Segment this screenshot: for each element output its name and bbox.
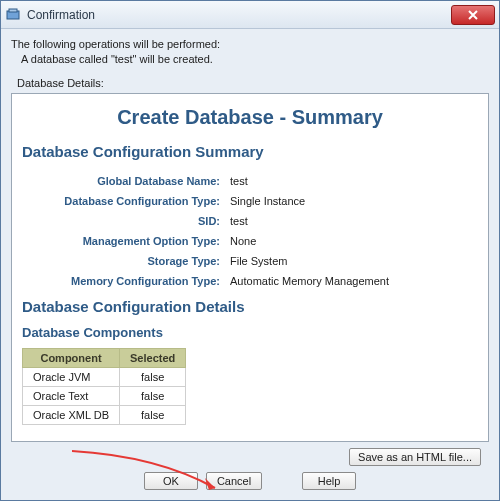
components-header-component: Component (23, 348, 120, 367)
config-details-heading: Database Configuration Details (22, 298, 478, 315)
intro-text: The following operations will be perform… (11, 37, 489, 67)
label-sid: SID: (24, 212, 224, 230)
components-header-selected: Selected (120, 348, 186, 367)
label-mgmt-option: Management Option Type: (24, 232, 224, 250)
component-name: Oracle XML DB (23, 405, 120, 424)
ok-button[interactable]: OK (144, 472, 198, 490)
dialog-body: The following operations will be perform… (1, 29, 499, 500)
confirmation-dialog: Confirmation The following operations wi… (0, 0, 500, 501)
component-name: Oracle JVM (23, 367, 120, 386)
config-summary-table: Global Database Name:test Database Confi… (22, 170, 478, 292)
value-config-type: Single Instance (226, 192, 476, 210)
component-selected: false (120, 367, 186, 386)
help-button[interactable]: Help (302, 472, 356, 490)
config-summary-heading: Database Configuration Summary (22, 143, 478, 160)
svg-rect-1 (9, 9, 17, 12)
label-memory-config: Memory Configuration Type: (24, 272, 224, 290)
table-row: Oracle JVMfalse (23, 367, 186, 386)
cancel-button[interactable]: Cancel (206, 472, 262, 490)
label-storage-type: Storage Type: (24, 252, 224, 270)
component-selected: false (120, 386, 186, 405)
label-config-type: Database Configuration Type: (24, 192, 224, 210)
value-sid: test (226, 212, 476, 230)
value-memory-config: Automatic Memory Management (226, 272, 476, 290)
value-mgmt-option: None (226, 232, 476, 250)
save-as-html-button[interactable]: Save as an HTML file... (349, 448, 481, 466)
components-heading: Database Components (22, 325, 478, 340)
value-global-db-name: test (226, 172, 476, 190)
components-table: Component Selected Oracle JVMfalse Oracl… (22, 348, 186, 425)
page-title: Create Database - Summary (22, 106, 478, 129)
component-selected: false (120, 405, 186, 424)
label-global-db-name: Global Database Name: (24, 172, 224, 190)
intro-line2: A database called "test" will be created… (21, 52, 489, 67)
component-name: Oracle Text (23, 386, 120, 405)
window-title: Confirmation (27, 8, 451, 22)
table-row: Oracle Textfalse (23, 386, 186, 405)
dialog-footer: Save as an HTML file... OK Cancel Help (11, 442, 489, 496)
summary-pane[interactable]: Create Database - Summary Database Confi… (11, 93, 489, 442)
close-button[interactable] (451, 5, 495, 25)
intro-line1: The following operations will be perform… (11, 37, 489, 52)
titlebar: Confirmation (1, 1, 499, 29)
database-details-label: Database Details: (17, 77, 489, 89)
table-row: Oracle XML DBfalse (23, 405, 186, 424)
value-storage-type: File System (226, 252, 476, 270)
app-icon (5, 7, 21, 23)
